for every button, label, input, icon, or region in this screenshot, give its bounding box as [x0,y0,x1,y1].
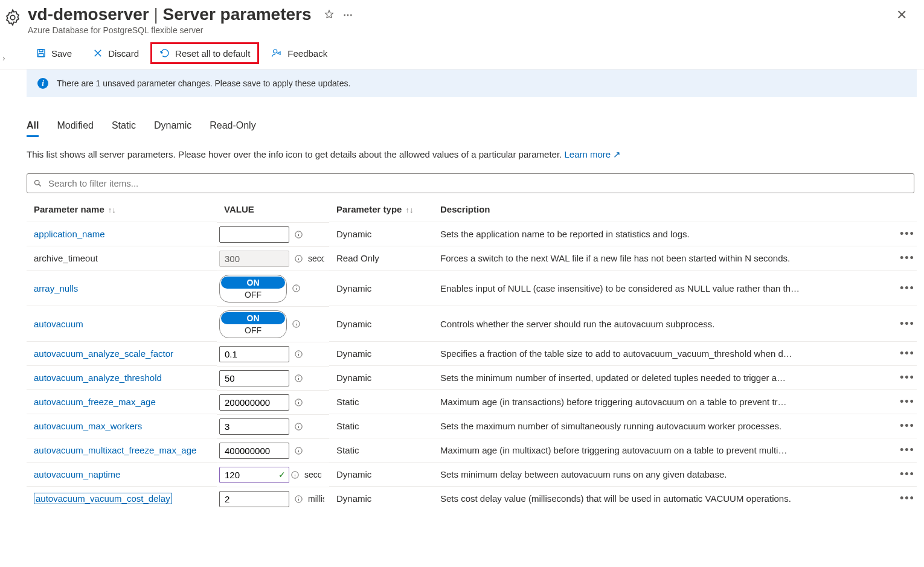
param-type: Dynamic [329,487,433,511]
svg-point-0 [10,15,15,20]
unit-label: seconds [304,470,321,479]
col-value[interactable]: VALUE [217,197,329,222]
reset-all-button[interactable]: Reset all to default [150,42,259,64]
close-icon[interactable]: ✕ [891,5,912,25]
info-icon[interactable] [294,422,303,431]
param-link[interactable]: autovacuum_vacuum_cost_delay [34,493,172,504]
discard-button[interactable]: Discard [83,42,148,64]
value-input[interactable] [219,394,289,411]
row-actions[interactable]: ••• [893,487,917,511]
param-type: Static [329,438,433,463]
param-type: Dynamic [329,222,433,246]
param-link[interactable]: autovacuum [34,319,83,329]
info-icon[interactable] [290,470,300,479]
param-type: Dynamic [329,306,433,342]
collapse-icon[interactable]: › [0,52,8,64]
param-link[interactable]: autovacuum_max_workers [34,421,142,431]
discard-icon [92,48,103,59]
toggle[interactable]: ONOFF [219,275,287,303]
external-link-icon: ↗ [613,149,621,159]
row-actions[interactable]: ••• [893,246,917,271]
save-icon [36,48,47,59]
svg-point-5 [35,181,40,185]
search-input[interactable] [47,178,908,189]
tab-static[interactable]: Static [112,118,136,137]
tab-modified[interactable]: Modified [57,118,93,137]
row-actions[interactable]: ••• [893,342,917,366]
param-description: Sets cost delay value (milliseconds) tha… [433,487,893,511]
search-box[interactable] [27,173,914,193]
svg-point-4 [274,50,277,53]
info-icon[interactable] [294,495,303,504]
table-row: autovacuum_freeze_max_ageStaticMaximum a… [27,390,917,414]
param-description: Enables input of NULL (case insensitive)… [433,271,893,306]
star-icon[interactable] [324,9,335,21]
param-link[interactable]: application_name [34,229,105,239]
param-link[interactable]: autovacuum_analyze_scale_factor [34,348,173,359]
tab-read-only[interactable]: Read-Only [210,118,255,137]
save-button[interactable]: Save [27,42,81,64]
param-link[interactable]: autovacuum_multixact_freeze_max_age [34,445,196,455]
value-input [219,251,289,267]
param-description: Controls whether the server should run t… [433,306,893,342]
info-icon: i [37,78,48,89]
info-icon[interactable] [294,254,303,263]
row-actions[interactable]: ••• [893,438,917,463]
svg-rect-2 [39,50,43,52]
param-description: Sets the minimum number of inserted, upd… [433,366,893,390]
value-input[interactable] [219,491,289,507]
info-icon[interactable] [292,319,301,328]
param-link[interactable]: autovacuum_freeze_max_age [34,397,156,407]
param-type: Static [329,414,433,438]
value-input[interactable] [219,226,289,243]
check-icon: ✓ [278,470,286,479]
param-name: archive_timeout [27,246,217,271]
table-row: autovacuum_vacuum_cost_delaymilliseconds… [27,487,917,511]
row-actions[interactable]: ••• [893,306,917,342]
param-link[interactable]: autovacuum_analyze_threshold [34,373,162,383]
toggle[interactable]: ONOFF [219,310,287,338]
param-description: Maximum age (in transactions) before tri… [433,390,893,414]
info-icon[interactable] [294,398,303,407]
page-subtitle: Azure Database for PostgreSQL flexible s… [28,25,891,35]
learn-more-link[interactable]: Learn more ↗ [564,149,621,159]
svg-rect-3 [39,54,43,57]
col-description[interactable]: Description [433,197,893,222]
info-icon[interactable] [294,230,303,239]
table-row: autovacuum_naptime✓secondsDynamicSets mi… [27,463,917,487]
feedback-icon [271,48,283,59]
info-icon[interactable] [294,446,303,455]
value-input[interactable] [219,370,289,386]
undo-icon [159,48,170,59]
tab-dynamic[interactable]: Dynamic [154,118,191,137]
list-description: This list shows all server parameters. P… [27,149,917,160]
row-actions[interactable]: ••• [893,390,917,414]
table-row: array_nullsONOFFDynamicEnables input of … [27,271,917,306]
row-actions[interactable]: ••• [893,463,917,487]
value-input[interactable] [219,418,289,435]
param-type: Dynamic [329,463,433,487]
row-actions[interactable]: ••• [893,414,917,438]
row-actions[interactable]: ••• [893,222,917,246]
info-icon[interactable] [294,350,303,359]
param-type: Dynamic [329,342,433,366]
info-bar-text: There are 1 unsaved parameter changes. P… [57,78,350,88]
info-icon[interactable] [294,374,303,383]
param-description: Forces a switch to the next WAL file if … [433,246,893,271]
table-row: archive_timeoutsecondsRead OnlyForces a … [27,246,917,271]
row-actions[interactable]: ••• [893,366,917,390]
param-link[interactable]: autovacuum_naptime [34,469,120,479]
feedback-button[interactable]: Feedback [261,42,336,64]
table-row: autovacuum_multixact_freeze_max_ageStati… [27,438,917,463]
value-input[interactable] [219,346,289,362]
unit-label: seconds [308,254,324,263]
search-icon [33,179,42,188]
col-parameter-type[interactable]: Parameter type↑↓ [329,197,433,222]
param-link[interactable]: array_nulls [34,283,78,293]
value-input[interactable] [219,443,289,459]
info-icon[interactable] [292,284,301,293]
tab-all[interactable]: All [27,118,39,137]
col-parameter-name[interactable]: Parameter name↑↓ [27,197,217,222]
ellipsis-icon[interactable]: ⋯ [343,9,353,21]
row-actions[interactable]: ••• [893,271,917,306]
